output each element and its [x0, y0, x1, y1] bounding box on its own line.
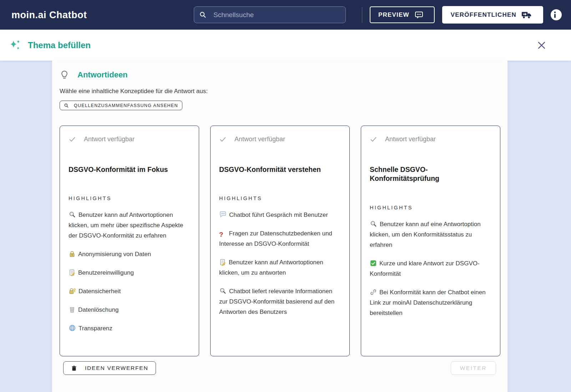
wastebasket-icon	[69, 306, 76, 313]
magnifier-icon	[64, 103, 69, 108]
lock-key-icon	[69, 287, 76, 295]
info-button[interactable]	[551, 9, 562, 20]
highlight-item: Benutzer kann auf Antwortoptionen klicke…	[219, 257, 341, 278]
highlight-item: Datenlöschung	[69, 305, 190, 315]
highlight-text: Benutzer kann auf Antwortoptionen klicke…	[69, 212, 183, 239]
status-label: Antwort verfügbar	[84, 136, 135, 143]
highlight-text: Anonymisierung von Daten	[78, 251, 151, 258]
globe-icon	[69, 324, 76, 332]
publish-button[interactable]: VERÖFFENTLICHEN	[442, 6, 543, 24]
highlight-item: Benutzereinwilligung	[69, 268, 190, 278]
highlight-text: Datenlöschung	[78, 306, 118, 313]
magnifier-icon	[370, 220, 377, 228]
idea-title: DSGVO-Konformität verstehen	[219, 165, 341, 174]
magnifier-icon	[219, 287, 227, 295]
highlight-text: Benutzereinwilligung	[78, 269, 134, 276]
link-icon	[370, 289, 377, 296]
highlight-text: Benutzer kann auf eine Antwortoption kli…	[370, 221, 481, 248]
delivery-truck-icon	[521, 11, 532, 19]
next-button[interactable]: WEITER	[451, 361, 496, 375]
highlights-heading: HIGHLIGHTS	[69, 195, 190, 201]
highlight-list: Chatbot führt Gespräch mit Benutzer?Frag…	[219, 210, 341, 317]
highlight-item: Bei Konformität kann der Chatbot einen L…	[370, 287, 491, 318]
chat-bubble-icon	[414, 10, 424, 20]
preview-button[interactable]: PREVIEW	[370, 6, 435, 23]
status-label: Antwort verfügbar	[385, 136, 436, 143]
highlight-text: Fragen zur Datenschutzbedenken und Inter…	[219, 230, 332, 247]
info-icon	[554, 11, 556, 18]
speech-icon	[219, 211, 227, 218]
check-icon	[69, 136, 76, 143]
app-logo: moin.ai Chatbot	[11, 9, 87, 20]
highlight-text: Benutzer kann auf Antwortoptionen klicke…	[219, 259, 323, 276]
highlight-item: ?Fragen zur Datenschutzbedenken und Inte…	[219, 228, 341, 249]
trash-icon	[71, 365, 77, 372]
close-icon	[537, 40, 546, 50]
highlight-list: Benutzer kann auf Antwortoptionen klicke…	[69, 210, 190, 334]
highlight-text: Chatbot führt Gespräch mit Benutzer	[229, 212, 328, 218]
page-header: Thema befüllen	[0, 30, 571, 61]
highlight-text: Bei Konformität kann der Chatbot einen L…	[370, 289, 486, 316]
highlight-text: Datensicherheit	[79, 288, 121, 295]
idea-card[interactable]: Antwort verfügbar DSGVO-Konformität im F…	[60, 126, 199, 356]
lock-icon	[69, 250, 76, 258]
highlight-item: Anonymisierung von Daten	[69, 249, 190, 259]
idea-card[interactable]: Antwort verfügbar DSGVO-Konformität vers…	[210, 126, 350, 356]
preview-button-label: PREVIEW	[378, 11, 409, 19]
answer-ideas-panel: Antwortideen Wähle eine inhaltliche Konz…	[52, 61, 507, 392]
highlight-item: Benutzer kann auf eine Antwortoption kli…	[370, 219, 491, 250]
section-subtitle: Wähle eine inhaltliche Konzeptidee für d…	[60, 88, 500, 95]
memo-icon	[219, 259, 226, 266]
idea-title: Schnelle DSGVO-Konformitätsprüfung	[370, 165, 491, 183]
highlight-item: Kurze und klare Antwort zur DSGVO-Konfor…	[370, 258, 491, 279]
highlight-item: Chatbot liefert relevante Informationen …	[219, 286, 341, 317]
search-icon	[199, 11, 207, 19]
search-input[interactable]	[213, 11, 340, 19]
highlights-heading: HIGHLIGHTS	[370, 205, 491, 210]
publish-button-label: VERÖFFENTLICHEN	[451, 11, 516, 19]
discard-ideas-label: IDEEN VERWERFEN	[85, 365, 148, 371]
idea-cards: Antwort verfügbar DSGVO-Konformität im F…	[60, 126, 500, 356]
sparkles-icon	[9, 39, 22, 52]
magnifier-icon	[69, 211, 76, 218]
idea-title: DSGVO-Konformität im Fokus	[69, 165, 190, 174]
quick-search[interactable]	[194, 6, 346, 23]
discard-ideas-button[interactable]: IDEEN VERWERFEN	[63, 361, 156, 375]
question-red-icon: ?	[219, 235, 227, 235]
status-label: Antwort verfügbar	[234, 136, 285, 143]
check-green-icon	[370, 260, 377, 267]
answer-available-status: Antwort verfügbar	[370, 136, 491, 143]
close-button[interactable]	[535, 39, 550, 51]
section-title: Antwortideen	[77, 70, 128, 80]
idea-card[interactable]: Antwort verfügbar Schnelle DSGVO-Konform…	[361, 126, 500, 356]
source-summary-chip-label: QUELLENZUSAMMENFASSUNG ANSEHEN	[74, 103, 178, 108]
lightbulb-icon	[60, 70, 69, 80]
highlight-list: Benutzer kann auf eine Antwortoption kli…	[370, 219, 491, 318]
source-summary-chip[interactable]: QUELLENZUSAMMENFASSUNG ANSEHEN	[60, 101, 182, 110]
top-navbar: moin.ai Chatbot PREVIEW VERÖFFENTLICHEN	[0, 0, 571, 30]
highlights-heading: HIGHLIGHTS	[219, 195, 341, 201]
highlight-item: Datensicherheit	[69, 286, 190, 296]
navbar-divider	[362, 7, 362, 23]
highlight-text: Kurze und klare Antwort zur DSGVO-Konfor…	[370, 260, 480, 277]
answer-available-status: Antwort verfügbar	[69, 136, 190, 143]
highlight-item: Chatbot führt Gespräch mit Benutzer	[219, 210, 341, 220]
highlight-text: Chatbot liefert relevante Informationen …	[219, 288, 334, 315]
check-icon	[370, 136, 377, 143]
answer-available-status: Antwort verfügbar	[219, 136, 341, 143]
highlight-text: Transparenz	[79, 325, 112, 332]
check-icon	[219, 136, 227, 143]
highlight-item: Benutzer kann auf Antwortoptionen klicke…	[69, 210, 190, 241]
page-title: Thema befüllen	[28, 40, 91, 50]
memo-icon	[69, 269, 76, 276]
highlight-item: Transparenz	[69, 323, 190, 334]
